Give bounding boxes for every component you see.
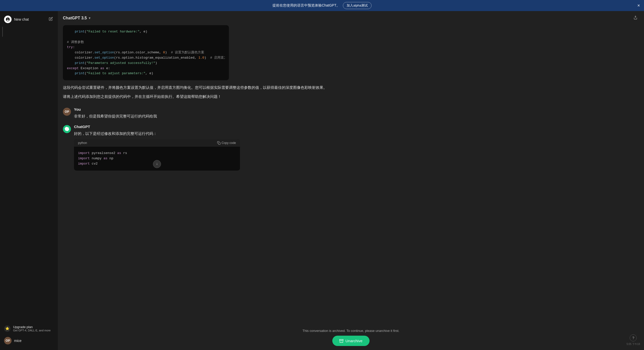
user-message-1: OP You 非常好，但是我希望你提供完整可运行的代码给我 xyxy=(63,107,639,120)
main-content: ChatGPT 3.5 ▾ xyxy=(58,11,644,350)
user-message-text: 非常好，但是我希望你提供完整可运行的代码给我 xyxy=(74,113,639,120)
resize-handle[interactable] xyxy=(2,27,3,37)
banner-alpha-button[interactable]: 加入alpha测试 xyxy=(343,2,372,9)
code-block-2-header: python Copy code xyxy=(74,139,240,147)
copy-code-button[interactable]: Copy code xyxy=(217,141,236,145)
chatgpt-avatar xyxy=(63,125,71,133)
help-area: ? 5:05 下午18 xyxy=(627,334,640,346)
chat-bottom: This conversation is archived. To contin… xyxy=(58,326,644,350)
upgrade-star-icon: ⭐ xyxy=(4,325,11,332)
code-block-1: print("Failed to reset hardware:", e) # … xyxy=(63,25,229,80)
help-time: 5:05 下午18 xyxy=(627,342,640,346)
sidebar-bottom: ⭐ Upgrade plan Get GPT-4, DALL·E, and mo… xyxy=(2,323,56,347)
unarchive-button[interactable]: Unarchive xyxy=(332,336,370,346)
assistant-text-2: 好的，以下是经过修改和添加的完整可运行代码： xyxy=(74,130,639,137)
assistant-content-2: ChatGPT 好的，以下是经过修改和添加的完整可运行代码： python xyxy=(74,125,639,175)
upgrade-title: Upgrade plan xyxy=(13,325,51,329)
sidebar-top: New chat xyxy=(2,14,56,25)
messages-area[interactable]: print("Failed to reset hardware:", e) # … xyxy=(58,25,644,326)
upgrade-plan-item[interactable]: ⭐ Upgrade plan Get GPT-4, DALL·E, and mo… xyxy=(2,323,56,334)
banner-text: 提前在您使用的语言中预览体验ChatGPT。 xyxy=(272,3,340,8)
code-block-2: python Copy code import pyrealsense2 as … xyxy=(74,139,240,170)
assistant-intro: 好的，以下是经过修改和添加的完整可运行代码： xyxy=(74,130,639,137)
code-block-1-body: print("Failed to reset hardware:", e) # … xyxy=(63,25,229,80)
user-profile[interactable]: OP mice xyxy=(2,334,56,347)
user-avatar-sm: OP xyxy=(63,108,71,116)
top-banner: 提前在您使用的语言中预览体验ChatGPT。 加入alpha测试 × xyxy=(0,0,644,11)
chat-header: ChatGPT 3.5 ▾ xyxy=(58,11,644,25)
assistant-message-1: print("Failed to reset hardware:", e) # … xyxy=(63,25,639,102)
logo-icon xyxy=(4,16,12,23)
upgrade-subtitle: Get GPT-4, DALL·E, and more xyxy=(13,329,51,332)
chevron-down-icon: ▾ xyxy=(89,16,90,20)
user-name: mice xyxy=(14,339,22,343)
copy-code-label: Copy code xyxy=(222,141,236,145)
edit-icon-button[interactable] xyxy=(48,16,54,23)
header-actions xyxy=(632,14,639,22)
sidebar: New chat ⭐ Upgrade plan Get GPT-4, DALL·… xyxy=(0,11,58,350)
assistant-para-2: 请将上述代码添加到您之前提供的代码中，并在主循环开始前执行。希望这能帮助您解决问… xyxy=(63,93,639,100)
code-block-2-body: import pyrealsense2 as rs import numpy a… xyxy=(74,147,240,170)
help-button[interactable]: ? xyxy=(630,334,637,341)
sidebar-logo[interactable]: New chat xyxy=(4,16,29,23)
assistant-message-2: ChatGPT 好的，以下是经过修改和添加的完整可运行代码： python xyxy=(63,125,639,175)
user-avatar: OP xyxy=(4,337,12,344)
chat-title[interactable]: ChatGPT 3.5 ▾ xyxy=(63,16,90,20)
svg-rect-2 xyxy=(340,339,343,340)
unarchive-label: Unarchive xyxy=(345,339,363,343)
app-layout: New chat ⭐ Upgrade plan Get GPT-4, DALL·… xyxy=(0,11,644,350)
share-button[interactable] xyxy=(632,14,639,22)
banner-close-button[interactable]: × xyxy=(637,3,640,8)
archive-notice: This conversation is archived. To contin… xyxy=(303,329,399,333)
user-content-1: You 非常好，但是我希望你提供完整可运行的代码给我 xyxy=(74,107,639,120)
upgrade-text-group: Upgrade plan Get GPT-4, DALL·E, and more xyxy=(13,325,51,332)
scroll-down-button[interactable]: ↓ xyxy=(153,160,161,168)
svg-rect-1 xyxy=(218,142,220,144)
resize-handle-inner xyxy=(2,27,3,37)
chat-title-text: ChatGPT 3.5 xyxy=(63,16,87,20)
assistant-text-1: 这段代码会尝试重置硬件，并将颜色方案设置为默认值，并启用直方图均衡化。您可以根据… xyxy=(63,84,639,100)
assistant-name-2: ChatGPT xyxy=(74,125,639,129)
assistant-content-1: print("Failed to reset hardware:", e) # … xyxy=(63,25,639,102)
assistant-para-1: 这段代码会尝试重置硬件，并将颜色方案设置为默认值，并启用直方图均衡化。您可以根据… xyxy=(63,84,639,91)
user-name-label: You xyxy=(74,107,639,111)
new-chat-label: New chat xyxy=(14,17,29,21)
code-language-label: python xyxy=(78,141,87,145)
